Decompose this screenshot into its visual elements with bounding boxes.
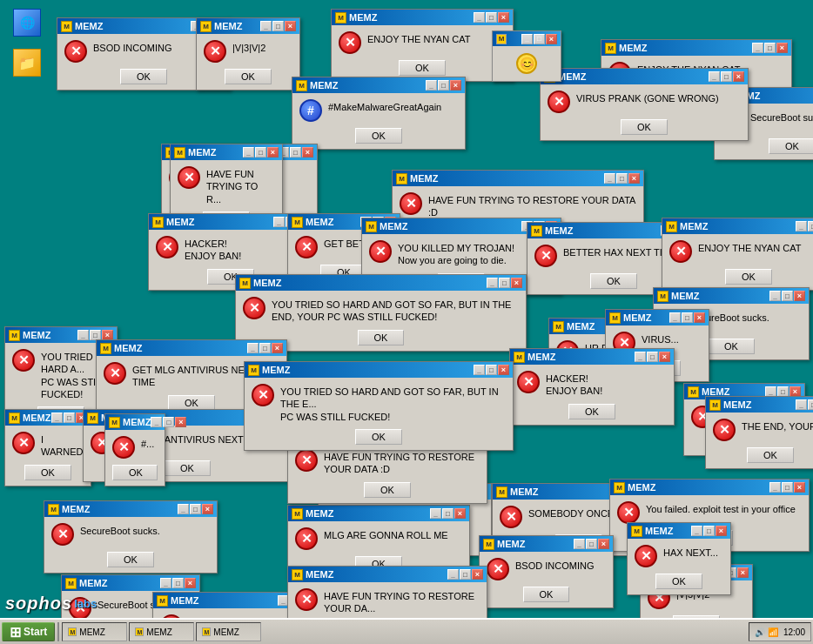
close-btn-w16[interactable]: × bbox=[511, 278, 522, 288]
ok-btn-w25[interactable]: OK bbox=[112, 465, 158, 480]
start-button[interactable]: ⊞ Start bbox=[2, 622, 55, 641]
maximize-btn-w19[interactable]: □ bbox=[259, 343, 271, 353]
close-btn-w9[interactable]: × bbox=[267, 147, 279, 158]
minimize-btn-w10[interactable]: _ bbox=[604, 173, 615, 184]
minimize-btn-w15[interactable]: _ bbox=[796, 221, 807, 231]
maximize-btn-w29[interactable]: □ bbox=[782, 482, 793, 493]
minimize-btn-w18[interactable]: _ bbox=[77, 330, 89, 340]
ok-btn-w31[interactable]: OK bbox=[364, 482, 411, 498]
maximize-btn-w39[interactable]: □ bbox=[808, 399, 813, 410]
ok-btn-w2[interactable]: OK bbox=[225, 69, 272, 84]
ok-btn-w39[interactable]: OK bbox=[747, 447, 794, 463]
maximize-btn-w32[interactable]: □ bbox=[586, 539, 597, 549]
maximize-btn-w17[interactable]: □ bbox=[782, 291, 793, 301]
minimize-btn-w19[interactable]: _ bbox=[247, 343, 259, 353]
maximize-btn-w21[interactable]: □ bbox=[682, 312, 693, 323]
close-btn-w7[interactable]: × bbox=[733, 71, 744, 82]
close-btn-w4[interactable]: × bbox=[776, 43, 788, 53]
maximize-btn-w40[interactable]: □ bbox=[486, 365, 497, 375]
maximize-btn-w16[interactable]: □ bbox=[499, 278, 510, 288]
ok-btn-w19[interactable]: OK bbox=[168, 395, 215, 411]
minimize-btn-w36[interactable]: _ bbox=[691, 526, 702, 536]
close-btn-w36[interactable]: × bbox=[716, 526, 727, 536]
smiley-minimize-btn[interactable]: _ bbox=[521, 34, 533, 44]
close-btn-w25[interactable]: × bbox=[175, 417, 186, 427]
ok-btn-w30[interactable]: OK bbox=[107, 552, 154, 567]
ok-btn-w7[interactable]: OK bbox=[621, 119, 668, 135]
ok-btn-w16[interactable]: OK bbox=[358, 330, 405, 345]
ok-btn-w23[interactable]: OK bbox=[24, 465, 71, 480]
minimize-btn-w9[interactable]: _ bbox=[243, 147, 254, 158]
close-btn-w33[interactable]: × bbox=[737, 567, 749, 578]
maximize-btn-w9[interactable]: □ bbox=[255, 147, 266, 158]
ok-btn-w32[interactable]: OK bbox=[523, 587, 570, 602]
minimize-btn-w11[interactable]: _ bbox=[273, 217, 285, 227]
taskbar-item-3[interactable]: M MEMZ bbox=[196, 622, 261, 641]
close-btn-w17[interactable]: × bbox=[794, 291, 805, 301]
minimize-btn-w7[interactable]: _ bbox=[709, 71, 720, 82]
minimize-btn-w37[interactable]: _ bbox=[447, 569, 459, 580]
ok-btn-w3[interactable]: OK bbox=[399, 60, 446, 76]
minimize-btn-w29[interactable]: _ bbox=[769, 482, 781, 493]
ok-btn-w6[interactable]: OK bbox=[355, 128, 402, 144]
close-btn-w30[interactable]: × bbox=[202, 504, 213, 514]
minimize-btn-w32[interactable]: _ bbox=[574, 539, 585, 549]
close-btn-w37[interactable]: × bbox=[472, 569, 483, 580]
maximize-btn-w23[interactable]: □ bbox=[64, 413, 75, 423]
maximize-btn-w30[interactable]: □ bbox=[190, 504, 201, 514]
desktop-icon-browser[interactable]: 🌐 bbox=[4, 9, 50, 38]
ok-btn-w17[interactable]: OK bbox=[708, 339, 755, 354]
minimize-btn-w6[interactable]: _ bbox=[426, 80, 437, 91]
maximize-btn-w4[interactable]: □ bbox=[764, 43, 776, 53]
maximize-btn-w25[interactable]: □ bbox=[163, 417, 174, 427]
ok-btn-w22[interactable]: OK bbox=[568, 404, 615, 419]
minimize-btn-w17[interactable]: _ bbox=[769, 291, 781, 301]
minimize-btn-w40[interactable]: _ bbox=[474, 365, 485, 375]
maximize-btn-w37[interactable]: □ bbox=[460, 569, 471, 580]
close-btn-w34[interactable]: × bbox=[185, 578, 196, 588]
close-btn-w29[interactable]: × bbox=[794, 482, 805, 493]
ok-btn-w24[interactable]: OK bbox=[164, 460, 211, 476]
maximize-btn-w10[interactable]: □ bbox=[616, 173, 628, 184]
close-btn-w10[interactable]: × bbox=[628, 173, 640, 184]
ok-btn-w15[interactable]: OK bbox=[725, 269, 772, 285]
maximize-btn-w2[interactable]: □ bbox=[272, 21, 284, 31]
maximize-btn-w3[interactable]: □ bbox=[486, 12, 497, 23]
maximize-btn-w6[interactable]: □ bbox=[438, 80, 449, 91]
close-btn-w19[interactable]: × bbox=[272, 343, 283, 353]
taskbar-item-1[interactable]: M MEMZ bbox=[62, 622, 127, 641]
minimize-btn-w34[interactable]: _ bbox=[160, 578, 171, 588]
ok-btn-w40[interactable]: OK bbox=[355, 429, 402, 445]
close-btn-w27[interactable]: × bbox=[454, 508, 466, 519]
minimize-btn-w21[interactable]: _ bbox=[669, 312, 681, 323]
smiley-maximize-btn[interactable]: □ bbox=[534, 34, 545, 44]
smiley-close-btn[interactable]: × bbox=[546, 34, 557, 44]
ok-btn-w1[interactable]: OK bbox=[120, 69, 167, 84]
close-btn-w6[interactable]: × bbox=[450, 80, 461, 91]
ok-btn-w14[interactable]: OK bbox=[590, 273, 637, 289]
close-btn-w2[interactable]: × bbox=[285, 21, 296, 31]
maximize-btn-w22[interactable]: □ bbox=[647, 352, 658, 362]
minimize-btn-w27[interactable]: _ bbox=[430, 508, 441, 519]
minimize-btn-w39[interactable]: _ bbox=[796, 399, 807, 410]
minimize-btn-w22[interactable]: _ bbox=[635, 352, 646, 362]
close-btn-w3[interactable]: × bbox=[498, 12, 509, 23]
taskbar-item-2[interactable]: M MEMZ bbox=[129, 622, 194, 641]
maximize-btn-w36[interactable]: □ bbox=[703, 526, 715, 536]
minimize-btn-w23[interactable]: _ bbox=[51, 413, 63, 423]
close-btn-w21[interactable]: × bbox=[694, 312, 705, 323]
maximize-btn-w7[interactable]: □ bbox=[721, 71, 732, 82]
minimize-btn-w3[interactable]: _ bbox=[474, 12, 485, 23]
close-btn-w40[interactable]: × bbox=[498, 365, 509, 375]
minimize-btn-w16[interactable]: _ bbox=[487, 278, 498, 288]
minimize-btn-w4[interactable]: _ bbox=[752, 43, 763, 53]
close-btn-w32[interactable]: × bbox=[598, 539, 609, 549]
minimize-btn-w2[interactable]: _ bbox=[260, 21, 272, 31]
close-btn-w8[interactable]: × bbox=[302, 147, 313, 158]
close-btn-w22[interactable]: × bbox=[659, 352, 670, 362]
minimize-btn-w25[interactable]: _ bbox=[151, 417, 162, 427]
maximize-btn-w8[interactable]: □ bbox=[290, 147, 301, 158]
ok-btn-w5[interactable]: OK bbox=[769, 138, 813, 154]
desktop-icon-folder[interactable]: 📁 bbox=[4, 49, 50, 78]
maximize-btn-w27[interactable]: □ bbox=[442, 508, 454, 519]
